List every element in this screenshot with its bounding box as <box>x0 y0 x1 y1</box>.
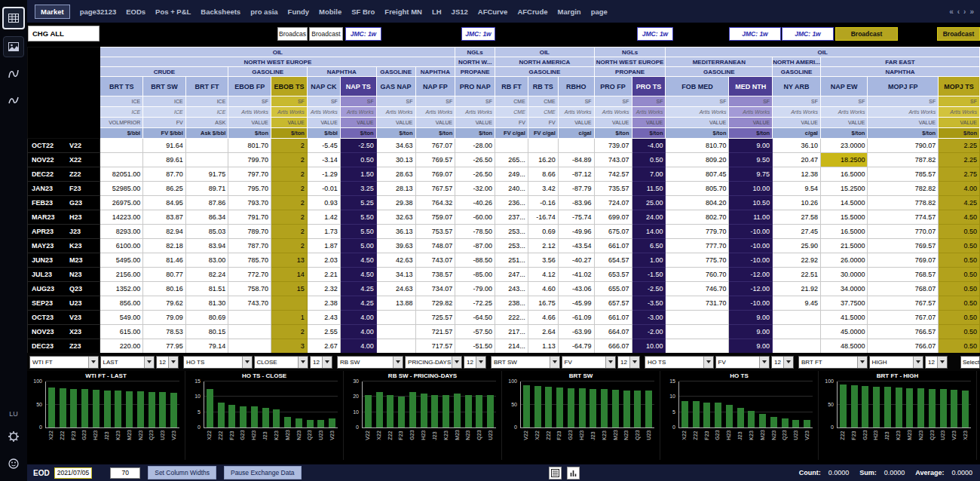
cell-sep23-rb-ft[interactable]: 238... <box>495 296 528 311</box>
cell-jan23-brt-sw[interactable]: 86.25 <box>143 182 186 196</box>
cell-jul23-brt-ft[interactable]: 82.24 <box>185 268 228 282</box>
cell-jan23-mopj-ts[interactable]: 4.00 <box>939 182 980 196</box>
cell-jan23-nap-fp[interactable]: 767.57 <box>415 182 455 196</box>
row-label-may23[interactable]: MAY23K23 <box>28 239 100 253</box>
cell-jul23-nap-ts[interactable]: 4.50 <box>340 268 376 282</box>
cell-sep23-mopj-fp[interactable]: 767.57 <box>868 296 939 311</box>
cell-may23-pro-nap[interactable]: -87.00 <box>455 239 495 253</box>
cell-apr23-brt-ft[interactable]: 85.03 <box>185 225 228 239</box>
cell-nov22-nap-ts[interactable]: 0.50 <box>340 153 376 167</box>
cell-mar23-brt-ft[interactable]: 86.34 <box>185 210 228 225</box>
cell-jan23-fob-med[interactable]: 805.70 <box>666 182 729 196</box>
cell-feb23-nap-ts[interactable]: 5.25 <box>340 196 376 210</box>
cell-feb23-nap-ew[interactable]: 14.5000 <box>820 196 868 210</box>
column-header-pro-fp[interactable]: PRO FP <box>594 77 632 97</box>
cell-dec23-gas-nap[interactable] <box>376 339 415 354</box>
column-header-rbho[interactable]: RBHO <box>558 77 594 97</box>
cell-oct22-pro-ts[interactable]: -4.00 <box>632 139 666 153</box>
cell-mar23-nap-ew[interactable]: 15.5000 <box>820 210 868 225</box>
cell-jan23-pro-ts[interactable]: 11.50 <box>632 182 666 196</box>
instrument-select-5[interactable]: BRT FT <box>798 356 868 369</box>
cell-dec23-ny-arb[interactable] <box>773 339 821 354</box>
cell-aug23-nap-ck[interactable]: 2.32 <box>307 282 340 296</box>
cell-apr23-brt-ts[interactable]: 8293.00 <box>100 225 143 239</box>
cell-feb23-ebob-ts[interactable]: 2 <box>271 196 308 210</box>
cell-jul23-nap-ew[interactable]: 30.0000 <box>820 268 868 282</box>
period-select-5[interactable]: 12 <box>925 356 948 369</box>
cell-nov23-rb-ft[interactable]: 217... <box>495 325 528 339</box>
cell-dec22-pro-fp[interactable]: 742.57 <box>594 167 632 182</box>
cell-sep23-nap-ts[interactable]: 4.25 <box>340 296 376 311</box>
cell-apr23-ebob-fp[interactable]: 789.70 <box>228 225 271 239</box>
cell-aug23-nap-ts[interactable]: 4.25 <box>340 282 376 296</box>
toolbar-box-jmc-1w-6[interactable]: JMC: 1w <box>782 27 834 41</box>
pause-exchange-data-button[interactable]: Pause Exchange Data <box>224 466 302 479</box>
cell-feb23-pro-nap[interactable]: -40.26 <box>455 196 495 210</box>
toolbar-box-jmc-1w-4[interactable]: JMC: 1w <box>637 27 673 41</box>
column-header-nap-fp[interactable]: NAP FP <box>415 77 455 97</box>
cell-sep23-rb-ts[interactable]: 16.75 <box>528 296 558 311</box>
cell-nov23-rb-ts[interactable]: 2.64 <box>528 325 558 339</box>
column-header-nap-ts[interactable]: NAP TS <box>340 77 376 97</box>
cell-jan23-brt-ts[interactable]: 52985.00 <box>100 182 143 196</box>
cell-jun23-brt-ft[interactable]: 83.00 <box>185 253 228 268</box>
cell-feb23-rb-ts[interactable]: -0.16 <box>528 196 558 210</box>
cell-jan23-rbho[interactable]: -87.79 <box>558 182 594 196</box>
cell-jul23-rb-ft[interactable]: 247... <box>495 268 528 282</box>
cell-jan23-ebob-ts[interactable]: 2 <box>271 182 308 196</box>
cell-aug23-mopj-fp[interactable]: 768.07 <box>868 282 939 296</box>
cell-may23-nap-ew[interactable]: 21.5000 <box>820 239 868 253</box>
cell-nov23-fob-med[interactable] <box>666 325 729 339</box>
column-header-rb-ft[interactable]: RB FT <box>495 77 528 97</box>
cell-feb23-mopj-ts[interactable]: 4.25 <box>939 196 980 210</box>
cell-oct23-nap-ew[interactable]: 41.5000 <box>820 311 868 325</box>
tab-eods[interactable]: EODs <box>126 8 145 16</box>
cell-jun23-brt-sw[interactable]: 81.46 <box>143 253 186 268</box>
cell-aug23-brt-ft[interactable]: 81.51 <box>185 282 228 296</box>
cell-jun23-mopj-ts[interactable]: 0.50 <box>939 253 980 268</box>
cell-oct23-fob-med[interactable] <box>666 311 729 325</box>
cell-mar23-pro-fp[interactable]: 699.07 <box>594 210 632 225</box>
cell-sep23-fob-med[interactable]: 731.70 <box>666 296 729 311</box>
cell-mar23-brt-ts[interactable]: 14223.00 <box>100 210 143 225</box>
tab-afcrude[interactable]: AFCrude <box>517 8 547 16</box>
cell-may23-brt-ts[interactable]: 6100.00 <box>100 239 143 253</box>
cell-feb23-nap-fp[interactable]: 764.32 <box>415 196 455 210</box>
cell-oct22-fob-med[interactable]: 810.70 <box>666 139 729 153</box>
cell-nov22-ebob-fp[interactable]: 799.70 <box>228 153 271 167</box>
cell-apr23-med-nth[interactable]: -10.00 <box>729 225 773 239</box>
set-column-widths-button[interactable]: Set Column Widths <box>148 466 216 479</box>
cell-dec23-nap-ck[interactable]: 2.67 <box>307 339 340 354</box>
toolbar-box-jmc-1w-3[interactable]: JMC: 1w <box>461 27 495 41</box>
cell-may23-med-nth[interactable]: -10.00 <box>729 239 773 253</box>
column-header-nap-ew[interactable]: NAP EW <box>820 77 868 97</box>
row-label-aug23[interactable]: AUG23Q23 <box>28 282 100 296</box>
cell-dec23-fob-med[interactable] <box>666 339 729 354</box>
column-header-mopj-fp[interactable]: MOPJ FP <box>868 77 939 97</box>
cell-nov23-ebob-fp[interactable] <box>228 325 271 339</box>
cell-dec22-ebob-fp[interactable]: 797.70 <box>228 167 271 182</box>
period-select-2[interactable]: 12 <box>464 356 486 369</box>
tab-backsheets[interactable]: Backsheets <box>201 8 240 16</box>
cell-aug23-pro-fp[interactable]: 655.07 <box>594 282 632 296</box>
cell-may23-rbho[interactable]: -43.54 <box>558 239 594 253</box>
cell-dec22-rb-ts[interactable]: 8.66 <box>528 167 558 182</box>
tab-fundy[interactable]: Fundy <box>288 8 310 16</box>
cell-jun23-nap-fp[interactable]: 743.07 <box>415 253 455 268</box>
cell-nov23-ebob-ts[interactable]: 2 <box>271 325 308 339</box>
cell-jan23-nap-ew[interactable]: 15.2500 <box>820 182 868 196</box>
cell-sep23-pro-nap[interactable]: -72.25 <box>455 296 495 311</box>
chg-all-button[interactable]: CHG ALL <box>28 26 100 41</box>
cell-aug23-mopj-ts[interactable]: 0.50 <box>939 282 980 296</box>
face-icon[interactable] <box>4 454 23 473</box>
cell-mar23-nap-ts[interactable]: 5.50 <box>340 210 376 225</box>
cell-jul23-med-nth[interactable]: -12.00 <box>729 268 773 282</box>
cell-sep23-rbho[interactable]: -45.99 <box>558 296 594 311</box>
period-select-0[interactable]: 12 <box>156 356 179 369</box>
column-header-pro-ts[interactable]: PRO TS <box>632 77 666 97</box>
instrument-select-4[interactable]: HO TS <box>645 356 714 369</box>
cell-nov22-mopj-ts[interactable]: 2.25 <box>939 153 980 167</box>
cell-nov22-rbho[interactable]: -84.89 <box>558 153 594 167</box>
cell-mar23-brt-sw[interactable]: 83.87 <box>143 210 186 225</box>
threshold-input[interactable]: 70 <box>110 467 140 479</box>
